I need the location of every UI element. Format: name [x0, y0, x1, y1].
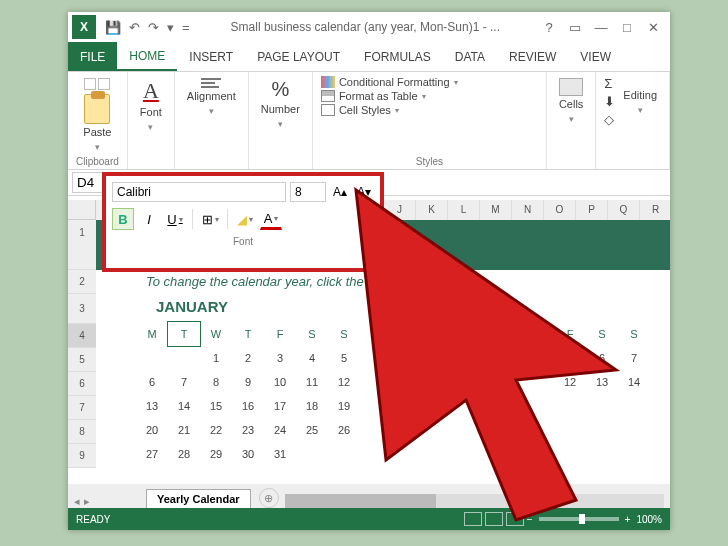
maximize-button[interactable]: □ [616, 17, 638, 37]
calendar-day[interactable]: 30 [232, 442, 264, 466]
tab-page-layout[interactable]: PAGE LAYOUT [245, 42, 352, 71]
tab-data[interactable]: DATA [443, 42, 497, 71]
calendar-day[interactable]: 9 [232, 370, 264, 394]
calendar-day[interactable] [168, 346, 200, 370]
calendar-day[interactable]: 26 [328, 418, 360, 442]
row-header[interactable]: 5 [68, 348, 96, 372]
paste-button[interactable]: Paste ▾ [76, 76, 119, 154]
sheet-tab-active[interactable]: Yearly Calendar [146, 489, 251, 508]
add-sheet-button[interactable]: ⊕ [259, 488, 279, 508]
font-button[interactable]: A Font ▾ [136, 76, 166, 134]
calendar-day[interactable]: 19 [328, 394, 360, 418]
editing-dropdown-icon[interactable]: ▾ [638, 105, 643, 115]
calendar-day[interactable]: 2 [232, 346, 264, 370]
italic-button[interactable]: I [138, 208, 160, 230]
calendar-day[interactable]: 5 [554, 346, 586, 370]
save-icon[interactable]: 💾 [102, 18, 124, 37]
calendar-day[interactable]: 6 [136, 370, 168, 394]
calendar-day[interactable]: 17 [264, 394, 296, 418]
calendar-day[interactable]: 18 [296, 394, 328, 418]
calendar-day[interactable] [296, 442, 328, 466]
view-page-layout-icon[interactable] [485, 512, 503, 526]
row-header[interactable]: 6 [68, 372, 96, 396]
tab-view[interactable]: VIEW [568, 42, 623, 71]
qat-customize-icon[interactable]: ▾ [164, 18, 177, 37]
conditional-formatting-button[interactable]: Conditional Formatting▾ [321, 76, 538, 88]
alignment-button[interactable]: Alignment ▾ [183, 76, 240, 118]
calendar-day[interactable]: 21 [168, 418, 200, 442]
row-header[interactable]: 8 [68, 420, 96, 444]
cells-dropdown-icon[interactable]: ▾ [569, 114, 574, 124]
font-family-select[interactable] [112, 182, 286, 202]
row-header[interactable]: 9 [68, 444, 96, 468]
ribbon-display-icon[interactable]: ▭ [564, 17, 586, 37]
calendar-day[interactable]: 23 [232, 418, 264, 442]
tab-file[interactable]: FILE [68, 42, 117, 71]
number-button[interactable]: % Number ▾ [257, 76, 304, 131]
tab-formulas[interactable]: FORMULAS [352, 42, 443, 71]
calendar-day[interactable]: 15 [200, 394, 232, 418]
day-header-selected[interactable]: T [168, 322, 200, 346]
zoom-level[interactable]: 100% [636, 514, 662, 525]
undo-icon[interactable]: ↶ [126, 18, 143, 37]
format-as-table-button[interactable]: Format as Table▾ [321, 90, 538, 102]
calendar-day[interactable] [328, 442, 360, 466]
redo-icon[interactable]: ↷ [145, 18, 162, 37]
tab-insert[interactable]: INSERT [177, 42, 245, 71]
view-page-break-icon[interactable] [506, 512, 524, 526]
row-header[interactable]: 1 [68, 220, 96, 270]
alignment-dropdown-icon[interactable]: ▾ [209, 106, 214, 116]
border-button[interactable]: ⊞ [199, 208, 221, 230]
col-header[interactable]: M [480, 200, 512, 220]
zoom-in-button[interactable]: + [625, 514, 631, 525]
calendar-day[interactable]: 8 [200, 370, 232, 394]
underline-button[interactable]: U [164, 208, 186, 230]
calendar-day[interactable]: 13 [586, 370, 618, 394]
select-all-button[interactable] [68, 200, 96, 220]
calendar-day[interactable]: 12 [554, 370, 586, 394]
sheet-nav-prev-icon[interactable]: ◂ [74, 495, 80, 508]
close-button[interactable]: ✕ [642, 17, 664, 37]
row-header[interactable]: 2 [68, 270, 96, 294]
col-header[interactable]: K [416, 200, 448, 220]
col-header[interactable]: Q [608, 200, 640, 220]
tab-home[interactable]: HOME [117, 42, 177, 71]
calendar-day[interactable] [136, 346, 168, 370]
calendar-day[interactable]: 3 [264, 346, 296, 370]
calendar-day[interactable]: 7 [168, 370, 200, 394]
calendar-day[interactable]: 4 [296, 346, 328, 370]
view-normal-icon[interactable] [464, 512, 482, 526]
calendar-day[interactable]: 24 [264, 418, 296, 442]
col-header[interactable]: O [544, 200, 576, 220]
calendar-day[interactable]: 27 [136, 442, 168, 466]
cell-styles-button[interactable]: Cell Styles▾ [321, 104, 538, 116]
row-header[interactable]: 7 [68, 396, 96, 420]
clear-icon[interactable]: ◇ [604, 112, 615, 127]
paste-dropdown-icon[interactable]: ▾ [95, 142, 100, 152]
col-header[interactable]: J [384, 200, 416, 220]
decrease-font-icon[interactable]: A▾ [354, 185, 374, 199]
calendar-day[interactable]: 13 [136, 394, 168, 418]
calendar-day[interactable]: 6 [586, 346, 618, 370]
tab-review[interactable]: REVIEW [497, 42, 568, 71]
calendar-day[interactable]: 29 [200, 442, 232, 466]
calendar-day[interactable]: 5 [328, 346, 360, 370]
calendar-day[interactable]: 20 [136, 418, 168, 442]
row-header[interactable]: 4 [68, 324, 96, 348]
col-header[interactable]: L [448, 200, 480, 220]
col-header[interactable]: N [512, 200, 544, 220]
calendar-day[interactable]: 28 [168, 442, 200, 466]
calendar-day[interactable]: 7 [618, 346, 650, 370]
scrollbar-thumb[interactable] [285, 494, 437, 508]
increase-font-icon[interactable]: A▴ [330, 185, 350, 199]
sheet-nav-next-icon[interactable]: ▸ [84, 495, 90, 508]
row-header[interactable]: 3 [68, 294, 96, 324]
editing-button[interactable]: Editing ▾ [619, 76, 661, 127]
help-icon[interactable]: ? [538, 17, 560, 37]
bold-button[interactable]: B [112, 208, 134, 230]
calendar-day[interactable]: 14 [618, 370, 650, 394]
fill-color-button[interactable]: ◢ [234, 208, 256, 230]
col-header[interactable]: R [640, 200, 670, 220]
zoom-slider[interactable] [539, 517, 619, 521]
autosum-icon[interactable]: Σ [604, 76, 615, 91]
